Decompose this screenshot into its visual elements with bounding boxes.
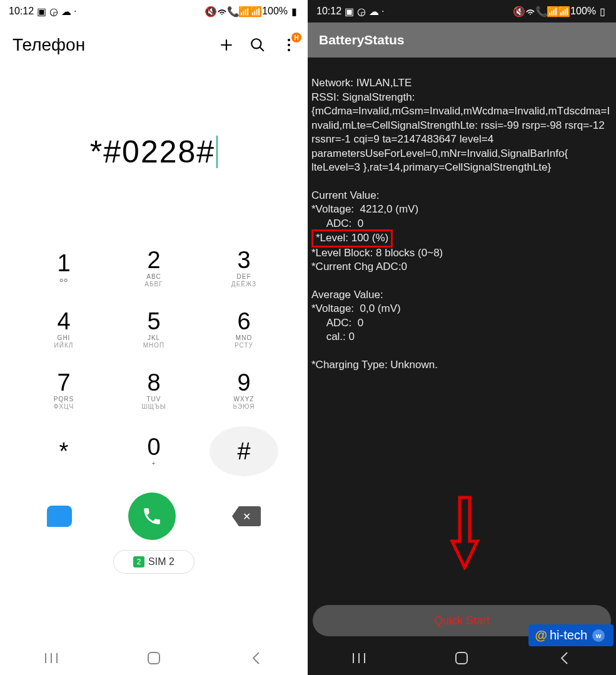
status-bar: 10:12 ▣ ◶ ☁ · 🔇 📞 📶 📶 100% ▯ bbox=[308, 0, 616, 22]
key-digit: 9 bbox=[237, 371, 250, 394]
key-digit: 8 bbox=[147, 371, 160, 394]
key-0[interactable]: 0+ bbox=[119, 426, 188, 476]
phone-dialer-screen: 10:12 ▣ ◶ ☁ · 🔇 📞 📶 📶 100% ▮ Телефон bbox=[0, 0, 308, 675]
vk-icon: w bbox=[592, 629, 605, 642]
home-nav-button[interactable] bbox=[443, 649, 480, 668]
text-cursor bbox=[216, 136, 218, 168]
key-9[interactable]: 9WXYZЬЭЮЯ bbox=[210, 365, 278, 415]
sim-badge: 2 bbox=[133, 556, 144, 568]
recents-nav-button[interactable] bbox=[340, 649, 378, 668]
call-button[interactable] bbox=[128, 492, 176, 540]
key-sub-cyr: МНОП bbox=[143, 342, 165, 349]
avg-voltage-line: *Voltage: 0,0 (mV) bbox=[311, 302, 401, 314]
average-value-label: Average Value: bbox=[311, 289, 383, 301]
screen-title: BatteryStatus bbox=[308, 22, 616, 58]
key-digit: 1 bbox=[57, 251, 70, 275]
signal-icon: 📶 bbox=[240, 6, 250, 16]
app-header: Телефон H bbox=[0, 22, 308, 61]
backspace-button[interactable]: ✕ bbox=[232, 506, 261, 526]
avg-adc-line: ADC: 0 bbox=[311, 317, 363, 329]
svg-point-3 bbox=[288, 49, 290, 51]
cloud-icon: ☁ bbox=[369, 6, 379, 16]
home-nav-button[interactable] bbox=[135, 649, 173, 668]
status-bar: 10:12 ▣ ◶ ☁ · 🔇 📞 📶 📶 100% ▮ bbox=[0, 0, 308, 22]
signal2-icon: 📶 bbox=[559, 6, 569, 16]
status-time: 10:12 bbox=[9, 6, 34, 17]
more-dot: · bbox=[381, 6, 384, 17]
level-block-line: *Level Block: 8 blocks (0~8) bbox=[311, 247, 443, 259]
battery-info-body: Network: IWLAN,LTE RSSI: SignalStrength:… bbox=[308, 58, 616, 605]
keypad: 1ᴏᴏ2ABCАБВГ3DEFДЕЁЖЗ4GHIИЙКЛ5JKLМНОП6MNO… bbox=[0, 242, 308, 488]
key-sub-cyr: РСТУ bbox=[235, 342, 253, 349]
volte-icon: 📞 bbox=[228, 6, 238, 16]
key-digit: * bbox=[59, 439, 69, 463]
key-sub-cyr: ЬЭЮЯ bbox=[233, 403, 255, 410]
key-sub: ᴏᴏ bbox=[59, 276, 68, 284]
battery-percent: 100% bbox=[570, 6, 596, 17]
adc-line: ADC: 0 bbox=[311, 218, 363, 229]
key-4[interactable]: 4GHIИЙКЛ bbox=[29, 304, 98, 354]
avg-cal-line: cal.: 0 bbox=[311, 331, 355, 342]
key-6[interactable]: 6MNOРСТУ bbox=[210, 304, 278, 354]
signal2-icon: 📶 bbox=[251, 6, 261, 16]
key-sub: + bbox=[152, 460, 156, 468]
network-line: Network: IWLAN,LTE bbox=[311, 77, 412, 89]
key-digit: 3 bbox=[237, 248, 250, 272]
more-dot: · bbox=[74, 6, 76, 17]
annotation-arrow-icon bbox=[449, 495, 480, 570]
watermark-brand: hi-tech bbox=[550, 628, 587, 642]
key-sub-cyr: ШЩЪЫ bbox=[141, 403, 166, 410]
key-5[interactable]: 5JKLМНОП bbox=[119, 304, 188, 354]
svg-point-1 bbox=[288, 39, 290, 41]
nav-bar bbox=[308, 641, 616, 675]
key-digit: 6 bbox=[237, 309, 250, 333]
key-1[interactable]: 1ᴏᴏ bbox=[29, 242, 98, 292]
key-sub-cyr: ИЙКЛ bbox=[54, 342, 74, 349]
image-icon: ▣ bbox=[344, 6, 354, 16]
svg-point-0 bbox=[251, 39, 261, 48]
dialed-number: *#0228# bbox=[90, 134, 215, 170]
key-sub: DEF bbox=[237, 273, 251, 281]
battery-percent: 100% bbox=[262, 6, 288, 17]
recents-nav-button[interactable] bbox=[33, 649, 70, 668]
key-sub: WXYZ bbox=[234, 396, 255, 403]
level-line-highlighted: *Level: 100 (%) bbox=[311, 229, 393, 247]
charging-type-line: *Charging Type: Unknown. bbox=[311, 359, 438, 371]
key-sub: ABC bbox=[146, 273, 161, 281]
cloud-icon: ☁ bbox=[61, 6, 71, 16]
key-8[interactable]: 8TUVШЩЪЫ bbox=[119, 365, 188, 415]
key-2[interactable]: 2ABCАБВГ bbox=[119, 242, 188, 292]
dialed-number-display: *#0228# bbox=[0, 61, 308, 242]
add-button[interactable] bbox=[218, 36, 235, 54]
key-3[interactable]: 3DEFДЕЁЖЗ bbox=[210, 242, 278, 292]
key-digit: 2 bbox=[147, 248, 160, 272]
rssi-block: RSSI: SignalStrength:{mCdma=Invalid,mGsm… bbox=[311, 91, 610, 173]
current-value-label: Current Value: bbox=[311, 189, 379, 201]
key-sub: JKL bbox=[148, 334, 160, 342]
sim-label: SIM 2 bbox=[148, 556, 174, 568]
key-digit: 7 bbox=[57, 371, 70, 394]
key-sub-cyr: ФХЦЧ bbox=[54, 403, 74, 410]
mute-icon: 🔇 bbox=[514, 6, 524, 16]
volte-icon: 📞 bbox=[537, 6, 547, 16]
battery-status-screen: 10:12 ▣ ◶ ☁ · 🔇 📞 📶 📶 100% ▯ BatteryStat… bbox=[308, 0, 616, 675]
nav-bar bbox=[0, 641, 308, 675]
key-7[interactable]: 7PQRSФХЦЧ bbox=[29, 365, 98, 415]
key-*[interactable]: * bbox=[29, 426, 98, 476]
sim-selector[interactable]: 2 SIM 2 bbox=[113, 550, 194, 574]
search-button[interactable] bbox=[249, 36, 266, 54]
key-digit: 5 bbox=[147, 309, 160, 333]
key-#[interactable]: # bbox=[210, 426, 278, 476]
back-nav-button[interactable] bbox=[238, 649, 275, 668]
more-menu-button[interactable]: H bbox=[280, 36, 298, 54]
signal-icon: 📶 bbox=[548, 6, 558, 16]
back-nav-button[interactable] bbox=[546, 649, 583, 668]
status-time: 10:12 bbox=[316, 6, 341, 17]
watermark: @hi-techw bbox=[528, 624, 613, 646]
app-title: Телефон bbox=[13, 35, 85, 55]
key-digit: 0 bbox=[147, 435, 160, 459]
watermark-at: @ bbox=[535, 628, 547, 642]
svg-rect-5 bbox=[456, 652, 467, 664]
messages-button[interactable] bbox=[47, 506, 72, 527]
mute-icon: 🔇 bbox=[206, 6, 216, 16]
